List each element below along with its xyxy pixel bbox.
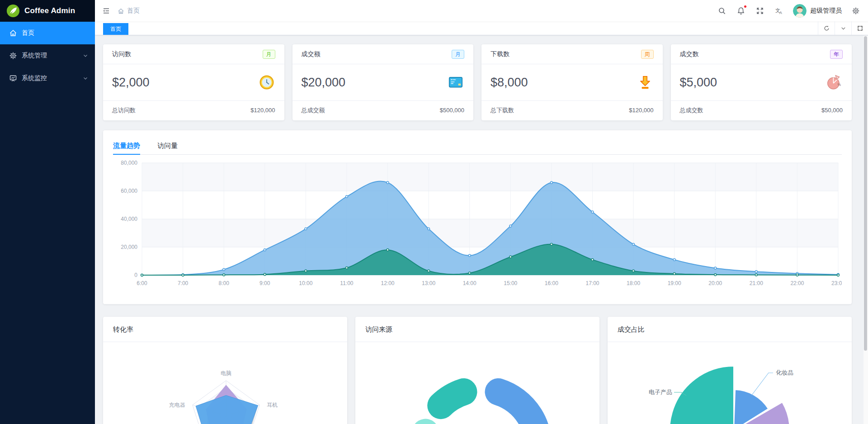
scrollbar-thumb[interactable] xyxy=(864,36,867,351)
monitor-icon xyxy=(9,74,17,82)
chevron-down-icon xyxy=(82,75,89,81)
sidebar: Coffee Admin 首页系统管理系统监控 xyxy=(0,0,95,424)
svg-text:60,000: 60,000 xyxy=(121,188,137,194)
chevron-down-icon xyxy=(82,52,89,59)
avatar xyxy=(793,4,807,18)
page-content: 访问数月$2,000总访问数$120,000成交额月$20,000总成交额$50… xyxy=(95,35,868,424)
download-icon xyxy=(637,74,654,91)
svg-text:A: A xyxy=(779,10,782,15)
panel-title: 访问来源 xyxy=(355,317,599,342)
app-title: Coffee Admin xyxy=(24,6,75,15)
svg-text:13:00: 13:00 xyxy=(422,280,435,286)
stat-card-footer-label: 总成交数 xyxy=(680,106,703,114)
svg-text:21:00: 21:00 xyxy=(750,280,763,286)
svg-text:电子产品: 电子产品 xyxy=(649,389,672,395)
chevron-down-button[interactable] xyxy=(835,21,851,35)
user-menu[interactable]: 超级管理员 xyxy=(793,4,842,18)
stat-card-title: 下载数 xyxy=(491,50,509,58)
visit-source-panel: 访问来源 xyxy=(355,317,599,424)
tab-home-label: 首页 xyxy=(110,25,121,33)
stat-card-footer-value: $120,000 xyxy=(629,107,653,114)
deal-share-panel-chart: 电子产品化妆品 xyxy=(608,342,852,424)
svg-text:20:00: 20:00 xyxy=(708,280,722,286)
stat-card-1: 成交额月$20,000总成交额$500,000 xyxy=(292,44,474,120)
tab-visits[interactable]: 访问量 xyxy=(157,137,178,154)
stat-card-badge: 周 xyxy=(641,50,654,59)
svg-text:14:00: 14:00 xyxy=(463,280,476,286)
home-icon xyxy=(9,29,17,37)
svg-text:18:00: 18:00 xyxy=(627,280,640,286)
search-button[interactable] xyxy=(717,6,727,16)
stat-card-value: $8,000 xyxy=(491,76,528,90)
stat-card-title: 成交数 xyxy=(680,50,699,58)
stat-card-title: 成交额 xyxy=(302,50,321,58)
svg-text:充电器: 充电器 xyxy=(169,402,185,408)
tab-home[interactable]: 首页 xyxy=(103,23,128,35)
gear-icon xyxy=(9,52,17,60)
stat-card-badge: 年 xyxy=(830,50,843,59)
stat-card-title: 访问数 xyxy=(112,50,131,58)
stat-cards-row: 访问数月$2,000总访问数$120,000成交额月$20,000总成交额$50… xyxy=(103,44,852,120)
fullscreen-button[interactable] xyxy=(755,6,765,16)
sidebar-item-2[interactable]: 系统监控 xyxy=(0,67,95,90)
svg-text:20,000: 20,000 xyxy=(121,244,137,250)
pie-icon: % xyxy=(826,74,843,91)
svg-text:10:00: 10:00 xyxy=(299,280,312,286)
stat-card-footer-value: $120,000 xyxy=(250,107,275,114)
svg-text:11:00: 11:00 xyxy=(340,280,353,286)
svg-text:0: 0 xyxy=(134,272,137,278)
svg-text:电脑: 电脑 xyxy=(221,370,231,376)
breadcrumb-home-icon xyxy=(118,8,124,14)
stat-card-footer-label: 总下载数 xyxy=(491,106,514,114)
sidebar-item-label: 系统监控 xyxy=(22,74,47,82)
area-chart: 020,00040,00060,00080,0006:007:008:009:0… xyxy=(113,155,842,293)
settings-button[interactable] xyxy=(851,6,861,16)
stat-card-badge: 月 xyxy=(452,50,464,59)
sidebar-item-1[interactable]: 系统管理 xyxy=(0,44,95,67)
stat-card-footer-label: 总成交额 xyxy=(302,106,325,114)
sidebar-item-0[interactable]: 首页 xyxy=(0,22,95,44)
sidebar-collapse-button[interactable] xyxy=(101,6,111,16)
svg-text:19:00: 19:00 xyxy=(668,280,681,286)
svg-text:22:00: 22:00 xyxy=(790,280,804,286)
settings-gear-icon xyxy=(852,7,860,15)
tab-bar: 首页 xyxy=(95,22,868,35)
stat-card-badge: 月 xyxy=(263,50,275,59)
stat-card-3: 成交数年$5,000%总成交数$50,000 xyxy=(671,44,852,120)
tab-traffic-trend[interactable]: 流量趋势 xyxy=(113,137,140,154)
svg-text:化妆品: 化妆品 xyxy=(776,369,793,376)
topbar: 首页 文A 超级管理员 xyxy=(95,0,868,22)
svg-text:80,000: 80,000 xyxy=(121,160,137,166)
trend-tabs: 流量趋势 访问量 xyxy=(113,137,842,155)
bell-button[interactable] xyxy=(736,6,746,16)
sidebar-item-label: 系统管理 xyxy=(22,52,47,60)
svg-text:16:00: 16:00 xyxy=(545,280,558,286)
svg-text:40,000: 40,000 xyxy=(121,216,137,222)
app-logo: Coffee Admin xyxy=(0,0,95,22)
svg-text:7:00: 7:00 xyxy=(178,280,189,286)
visit-source-panel-chart xyxy=(355,342,599,424)
bottom-panels-row: 转化率电脑耳机充电器访问来源成交占比电子产品化妆品 xyxy=(103,317,852,424)
stat-card-footer-value: $500,000 xyxy=(440,107,464,114)
notification-dot xyxy=(744,5,747,8)
sidebar-menu: 首页系统管理系统监控 xyxy=(0,22,95,90)
svg-text:17:00: 17:00 xyxy=(585,280,599,286)
breadcrumb[interactable]: 首页 xyxy=(118,7,140,15)
svg-text:12:00: 12:00 xyxy=(381,280,395,286)
sidebar-item-label: 首页 xyxy=(22,29,34,37)
deal-share-panel: 成交占比电子产品化妆品 xyxy=(608,317,852,424)
bank-card-icon xyxy=(447,74,464,91)
stat-card-value: $2,000 xyxy=(112,76,150,90)
segment-teal xyxy=(441,392,463,405)
stat-card-0: 访问数月$2,000总访问数$120,000 xyxy=(103,44,284,120)
svg-text:8:00: 8:00 xyxy=(218,280,229,286)
conversion-rate-panel-chart: 电脑耳机充电器 xyxy=(103,342,347,424)
refresh-button[interactable] xyxy=(818,21,835,35)
stat-card-value: $5,000 xyxy=(680,76,717,90)
maximize-button[interactable] xyxy=(851,21,868,35)
panel-title: 转化率 xyxy=(103,317,347,342)
conversion-rate-panel: 转化率电脑耳机充电器 xyxy=(103,317,347,424)
translate-button[interactable]: 文A xyxy=(774,6,784,16)
stat-card-footer-label: 总访问数 xyxy=(112,106,136,114)
segment-blue xyxy=(499,392,539,424)
